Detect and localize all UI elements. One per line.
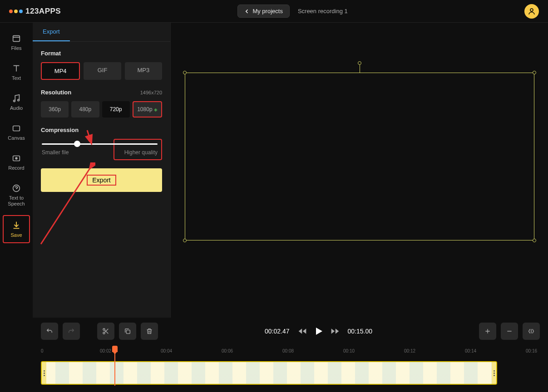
chevron-left-icon [244,9,250,14]
undo-icon [46,328,53,335]
sidebar-label: Save [10,232,22,238]
project-name[interactable]: Screen recording 1 [298,8,348,15]
resolution-label: Resolution [41,89,71,96]
export-panel: Export Format MP4 GIF MP3 Resolution 149… [33,23,171,318]
sidebar-item-record[interactable]: Record [0,147,33,177]
sidebar-item-tts[interactable]: Text to Speech [0,177,33,213]
current-time: 00:02.47 [265,328,290,335]
canvas-selection[interactable] [185,73,534,240]
sidebar-item-canvas[interactable]: Canvas [0,117,33,147]
my-projects-button[interactable]: My projects [237,5,289,18]
logo-text: 123APPS [25,7,61,16]
user-avatar[interactable] [524,4,539,19]
app-header: 123APPS My projects Screen recording 1 [0,0,548,23]
ruler-mark: 00:10 [343,348,355,353]
svg-point-13 [103,332,105,334]
format-mp4-button[interactable]: MP4 [41,62,80,80]
slider-thumb[interactable] [74,141,80,147]
play-button[interactable] [313,326,324,337]
redo-icon [68,328,75,335]
zoom-in-button[interactable] [479,323,496,340]
preview-area [171,23,548,318]
compression-label: Compression [41,127,162,133]
sidebar-label: Text [12,75,21,81]
minus-icon [506,328,513,335]
res-1080p-label: 1080p [137,106,152,113]
compression-slider[interactable] [42,143,158,145]
files-icon [11,34,21,44]
sidebar-item-save[interactable]: Save [3,215,30,243]
timeline: 0 00:02 00:04 00:06 00:08 00:10 00:12 00… [0,345,548,385]
zoom-out-button[interactable] [501,323,518,340]
copy-icon [124,328,131,335]
premium-diamond-icon: ◈ [154,107,158,112]
canvas-icon [11,123,21,133]
scissors-icon [102,328,109,335]
redo-button[interactable] [63,323,80,340]
resize-handle-tr[interactable] [533,71,536,74]
download-icon [11,220,21,230]
total-time: 00:15.00 [348,328,373,335]
undo-button[interactable] [41,323,58,340]
svg-point-0 [530,9,533,11]
slider-min-label: Smaller file [42,149,69,156]
res-720p-button[interactable]: 720p [102,101,130,118]
resolution-size: 1496x720 [140,90,162,95]
tab-export[interactable]: Export [33,23,70,41]
delete-button[interactable] [141,323,158,340]
record-icon [11,153,21,163]
sidebar-label: Text to Speech [0,195,33,207]
format-gif-button[interactable]: GIF [84,62,121,80]
resize-handle-tl[interactable] [183,71,187,74]
svg-point-6 [15,157,17,159]
sidebar-label: Audio [10,105,23,111]
fit-button[interactable] [523,323,540,340]
ruler-mark: 00:16 [526,348,537,353]
res-1080p-button[interactable]: 1080p ◈ [133,101,162,118]
export-button[interactable]: Export [41,168,162,192]
cut-button[interactable] [97,323,114,340]
ruler-mark: 00:14 [465,348,476,353]
sidebar-item-text[interactable]: Text [0,57,33,87]
format-label: Format [41,50,162,57]
ruler-mark: 00:08 [282,348,294,353]
sidebar: Files Text Audio Canvas Record Text to S… [0,23,33,318]
sidebar-item-audio[interactable]: Audio [0,87,33,117]
svg-rect-4 [13,126,20,131]
format-mp3-button[interactable]: MP3 [125,62,162,80]
timeline-clip[interactable] [41,361,497,385]
clip-trim-right[interactable] [492,362,496,384]
playhead[interactable] [114,349,115,386]
res-480p-button[interactable]: 480p [71,101,99,118]
logo[interactable]: 123APPS [9,7,61,16]
forward-button[interactable] [331,327,340,336]
sidebar-item-files[interactable]: Files [0,27,33,57]
playback-controls: 00:02.47 00:15.00 [0,318,548,345]
copy-button[interactable] [119,323,136,340]
resize-handle-br[interactable] [533,239,536,242]
svg-point-2 [14,100,15,102]
audio-icon [11,93,21,103]
res-360p-button[interactable]: 360p [41,101,69,118]
svg-rect-1 [13,36,20,42]
my-projects-label: My projects [252,8,282,15]
rewind-button[interactable] [298,327,307,336]
ruler-mark: 00:06 [222,348,233,353]
user-icon [528,7,536,15]
text-icon [11,64,21,74]
clip-trim-left[interactable] [42,362,46,384]
sidebar-label: Record [8,165,24,171]
ruler-mark: 0 [41,348,44,353]
fit-icon [528,328,535,335]
ruler-mark: 00:12 [404,348,415,353]
svg-point-3 [18,99,20,101]
ruler-mark: 00:04 [161,348,172,353]
ruler-mark: 00:02 [100,348,111,353]
svg-rect-14 [126,330,130,333]
plus-icon [484,328,491,335]
sidebar-label: Canvas [8,135,25,141]
export-button-label: Export [87,175,116,186]
rotate-handle[interactable] [358,61,361,65]
sidebar-label: Files [11,45,21,51]
resize-handle-bl[interactable] [183,239,187,242]
